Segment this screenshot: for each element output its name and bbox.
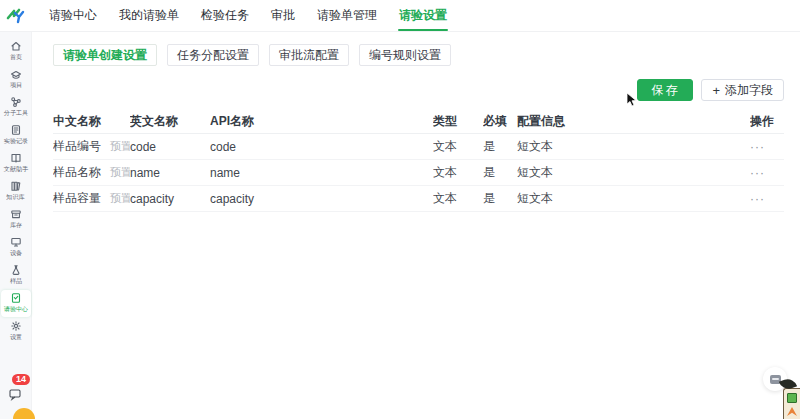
project-icon — [10, 68, 22, 81]
equipment-icon — [10, 236, 22, 249]
sidebar-item-request-center[interactable]: 请验中心 — [1, 290, 31, 317]
sidebar-item-label: 分子工具 — [3, 110, 27, 117]
sidebar-item-inventory[interactable]: 库存 — [1, 206, 31, 233]
field-en-name: capacity — [130, 192, 210, 206]
main-content: 请验单创建设置 任务分配设置 审批流配置 编号规则设置 保存 + 添加字段 中文… — [32, 32, 800, 419]
notification-badge: 14 — [12, 374, 30, 385]
field-config: 短文本 — [517, 164, 750, 181]
chevron-up-icon — [787, 407, 797, 416]
row-actions-menu[interactable]: ··· — [750, 140, 765, 154]
preset-tag: 预置 — [110, 140, 130, 152]
column-header-type: 类型 — [433, 113, 483, 130]
nav-item-inspection-tasks[interactable]: 检验任务 — [190, 0, 260, 31]
column-header-api-name: API名称 — [210, 113, 433, 130]
app-window: 请验中心 我的请验单 检验任务 审批 请验单管理 请验设置 首页 项目 分子工具 — [0, 0, 800, 419]
nav-item-my-requests[interactable]: 我的请验单 — [108, 0, 190, 31]
sidebar-item-label: 设备 — [9, 250, 21, 257]
field-required: 是 — [483, 164, 517, 181]
field-cn-name: 样品编号 — [53, 139, 101, 153]
sidebar-item-label: 设置 — [9, 334, 21, 341]
table-row: 样品名称预置 name name 文本 是 短文本 ··· — [53, 160, 784, 186]
tab-numbering-rule-settings[interactable]: 编号规则设置 — [359, 44, 451, 66]
field-en-name: code — [130, 140, 210, 154]
preset-tag: 预置 — [110, 166, 130, 178]
nav-item-request-center[interactable]: 请验中心 — [38, 0, 108, 31]
tab-approval-flow-config[interactable]: 审批流配置 — [269, 44, 349, 66]
sample-icon — [10, 264, 22, 277]
field-config: 短文本 — [517, 138, 750, 155]
sidebar-item-literature-assistant[interactable]: 文献助手 — [1, 150, 31, 177]
sidebar-item-label: 库存 — [9, 222, 21, 229]
add-field-label: 添加字段 — [725, 82, 773, 99]
field-en-name: name — [130, 166, 210, 180]
nav-item-request-management[interactable]: 请验单管理 — [306, 0, 388, 31]
column-header-en-name: 英文名称 — [130, 113, 210, 130]
logo-icon — [6, 8, 26, 24]
column-header-config: 配置信息 — [517, 113, 750, 130]
sidebar-item-experiment-records[interactable]: 实验记录 — [1, 122, 31, 149]
sidebar-item-label: 请验中心 — [3, 306, 27, 313]
field-config: 短文本 — [517, 190, 750, 207]
fields-table: 中文名称 英文名称 API名称 类型 必填 配置信息 操作 样品编号预置 cod… — [53, 110, 784, 212]
field-api-name: name — [210, 166, 433, 180]
sidebar-item-label: 实验记录 — [3, 138, 27, 145]
knowledge-base-icon — [10, 180, 22, 193]
toolbar: 保存 + 添加字段 — [53, 79, 784, 101]
inventory-icon — [10, 208, 22, 221]
top-navigation: 请验中心 我的请验单 检验任务 审批 请验单管理 请验设置 — [0, 0, 800, 32]
column-header-cn-name: 中文名称 — [53, 113, 130, 130]
field-type: 文本 — [433, 138, 483, 155]
field-required: 是 — [483, 190, 517, 207]
sidebar-item-project[interactable]: 项目 — [1, 66, 31, 93]
sidebar-item-molecule-tools[interactable]: 分子工具 — [1, 94, 31, 121]
field-cn-name: 样品容量 — [53, 191, 101, 205]
app-logo[interactable] — [0, 0, 32, 32]
sidebar-item-equipment[interactable]: 设备 — [1, 234, 31, 261]
sidebar-item-label: 文献助手 — [3, 166, 27, 173]
field-api-name: code — [210, 140, 433, 154]
sidebar-item-label: 知识库 — [6, 194, 24, 201]
tab-task-assignment-settings[interactable]: 任务分配设置 — [167, 44, 259, 66]
sidebar-item-label: 样品 — [9, 278, 21, 285]
table-header-row: 中文名称 英文名称 API名称 类型 必填 配置信息 操作 — [53, 110, 784, 134]
field-cn-name: 样品名称 — [53, 165, 101, 179]
column-header-required: 必填 — [483, 113, 517, 130]
molecule-tools-icon — [10, 96, 22, 109]
row-actions-menu[interactable]: ··· — [750, 166, 765, 180]
settings-icon — [10, 320, 22, 333]
add-field-button[interactable]: + 添加字段 — [701, 79, 784, 101]
home-icon — [10, 40, 22, 53]
nav-item-request-settings[interactable]: 请验设置 — [388, 0, 458, 31]
literature-icon — [10, 152, 22, 165]
experiment-record-icon — [10, 124, 22, 137]
floating-avatar-dot[interactable] — [13, 408, 35, 419]
table-row: 样品容量预置 capacity capacity 文本 是 短文本 ··· — [53, 186, 784, 212]
sidebar-item-home[interactable]: 首页 — [1, 38, 31, 65]
field-api-name: capacity — [210, 192, 433, 206]
sidebar-item-knowledge-base[interactable]: 知识库 — [1, 178, 31, 205]
sidebar-item-samples[interactable]: 样品 — [1, 262, 31, 289]
row-actions-menu[interactable]: ··· — [750, 192, 765, 206]
field-required: 是 — [483, 138, 517, 155]
notification-button[interactable]: 14 — [6, 381, 28, 403]
plus-icon: + — [712, 84, 720, 97]
preset-tag: 预置 — [110, 192, 130, 204]
message-icon — [8, 387, 22, 401]
sidebar: 首页 项目 分子工具 实验记录 文献助手 — [0, 32, 32, 419]
save-button[interactable]: 保存 — [637, 79, 693, 101]
corner-sticker[interactable] — [783, 388, 800, 419]
column-header-actions: 操作 — [750, 113, 784, 130]
request-center-icon — [10, 292, 22, 305]
field-type: 文本 — [433, 164, 483, 181]
sidebar-item-label: 项目 — [9, 82, 21, 89]
nav-items: 请验中心 我的请验单 检验任务 审批 请验单管理 请验设置 — [38, 0, 458, 31]
field-type: 文本 — [433, 190, 483, 207]
settings-tabs: 请验单创建设置 任务分配设置 审批流配置 编号规则设置 — [53, 44, 784, 66]
qr-code-icon — [787, 393, 797, 403]
sidebar-item-settings[interactable]: 设置 — [1, 318, 31, 345]
table-row: 样品编号预置 code code 文本 是 短文本 ··· — [53, 134, 784, 160]
tab-request-form-creation-settings[interactable]: 请验单创建设置 — [53, 44, 157, 66]
mouse-cursor — [626, 92, 638, 112]
nav-item-approval[interactable]: 审批 — [260, 0, 306, 31]
sidebar-item-label: 首页 — [9, 54, 21, 61]
